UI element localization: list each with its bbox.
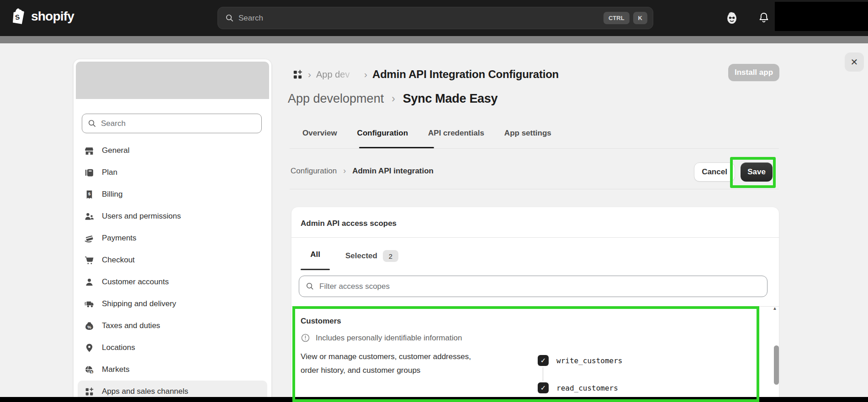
money-bag-percent-icon: % [85,321,94,331]
sidebar-item-users-permissions[interactable]: Users and permissions [78,205,267,227]
page-title: Admin API Integration Configuration [372,68,559,81]
sidebar-item-label: Locations [102,343,135,352]
screen: S shopify CTRL K [0,0,868,402]
cancel-button[interactable]: Cancel [694,162,735,182]
scope-label: read_customers [556,384,618,392]
scope-tab-selected[interactable]: Selected 2 [345,250,398,262]
tab-configuration[interactable]: Configuration [357,129,408,138]
sidebar-item-label: Taxes and duties [102,321,160,330]
breadcrumb-configuration-link[interactable]: Configuration [291,167,337,176]
scope-connector-line [543,367,543,381]
customers-section-heading: Customers [301,317,341,326]
pii-note: Includes personally identifiable informa… [301,333,462,343]
users-icon [85,212,94,221]
sidebar-item-plan[interactable]: Plan [78,162,267,183]
install-app-button[interactable]: Install app [728,64,779,81]
sidebar-item-markets[interactable]: $ Markets [78,359,267,381]
store-name-placeholder [76,62,269,99]
sidebar-item-label: Markets [102,365,129,374]
sidebar-item-taxes-duties[interactable]: % Taxes and duties [78,315,267,337]
shortcut-ctrl-key: CTRL [603,12,630,24]
modal-scrim [0,36,868,43]
filter-scopes-input[interactable] [319,282,761,291]
save-button[interactable]: Save [741,162,773,182]
breadcrumb-app-dev-link[interactable]: App dev [316,69,359,80]
payments-icon [85,234,94,243]
sidebar-nav: General Plan $ Billing Users and permiss… [78,140,267,402]
sidebar-item-label: General [102,146,129,155]
chevron-right-icon: › [343,167,346,175]
tab-api-credentials[interactable]: API credentials [428,129,484,138]
tab-app-settings[interactable]: App settings [504,129,551,138]
svg-text:$: $ [90,370,93,374]
tab-overview[interactable]: Overview [302,129,337,138]
scope-tab-all[interactable]: All [301,250,330,259]
sidebar-item-billing[interactable]: $ Billing [78,183,267,205]
admin-api-scopes-card: Admin API access scopes All Selected 2 C… [291,207,779,402]
sidebar-item-shipping-delivery[interactable]: Shipping and delivery [78,293,267,315]
breadcrumb-current: Admin API integration [352,167,434,176]
topbar: S shopify CTRL K [0,0,868,36]
sidebar-item-label: Billing [102,190,122,199]
sidebar-item-label: Users and permissions [102,212,181,221]
sidebar-search[interactable] [82,114,262,133]
scope-tab-selected-label: Selected [345,251,377,261]
notifications-bell-icon[interactable] [758,11,770,24]
storefront-icon [85,146,94,156]
shortcut-k-key: K [633,12,647,24]
breadcrumb: › App dev › Admin API Integration Config… [292,68,559,81]
sidebar-item-checkout[interactable]: Checkout [78,249,267,271]
read-customers-checkbox[interactable]: ✓ [538,382,549,393]
svg-text:%: % [87,324,91,329]
chevron-right-icon: › [364,69,367,79]
divider [290,148,779,149]
sidebar-item-label: Checkout [102,256,135,265]
plan-icon [85,168,94,178]
card-title: Admin API access scopes [301,219,397,228]
sidebar-item-payments[interactable]: Payments [78,227,267,249]
shopify-wordmark: shopify [31,9,74,24]
sidebar-item-label: Shipping and delivery [102,299,176,308]
scope-label: write_customers [556,356,623,365]
person-icon [85,277,94,287]
sidebar-item-label: Customer accounts [102,277,169,287]
divider [290,189,779,189]
app-development-link[interactable]: App development [288,92,384,106]
pii-note-text: Includes personally identifiable informa… [316,334,462,343]
bottom-black-bar [0,397,868,402]
app-tabs: Overview Configuration API credentials A… [302,129,551,138]
close-icon[interactable]: ✕ [845,52,864,72]
divider [291,306,779,307]
sidebar-item-label: Plan [102,168,117,177]
apps-grid-icon [85,387,94,397]
filter-scopes-field[interactable] [299,276,767,297]
location-pin-icon [85,343,94,353]
sidebar-item-customer-accounts[interactable]: Customer accounts [78,271,267,293]
globe-dollar-icon: $ [85,365,94,375]
app-heading: App development › Sync Made Easy [288,92,498,106]
active-scope-tab-underline [301,269,330,270]
divider [291,237,779,238]
sidebar-item-locations[interactable]: Locations [78,337,267,359]
settings-sidebar: General Plan $ Billing Users and permiss… [74,59,271,402]
scrollbar-thumb[interactable] [774,345,779,385]
search-icon [306,282,314,291]
write-customers-checkbox[interactable]: ✓ [538,355,549,366]
sidebar-search-input[interactable] [101,119,256,128]
scope-row-read-customers: ✓ read_customers [538,382,623,393]
scroll-up-arrow[interactable]: ▲ [773,306,777,311]
chevron-right-icon: › [308,69,311,79]
admin-avatar-icon[interactable] [725,11,738,25]
search-icon [88,119,96,128]
truck-icon [85,299,94,309]
scope-row-write-customers: ✓ write_customers [538,355,623,366]
redacted-store-block [775,2,868,31]
sidebar-item-label: Payments [102,234,137,243]
shopify-bag-icon: S [13,8,27,24]
global-search-input[interactable] [238,14,600,23]
sidebar-item-general[interactable]: General [78,140,267,162]
svg-text:S: S [15,13,20,21]
svg-text:$: $ [88,191,91,196]
chevron-right-icon: › [392,93,395,105]
global-search[interactable]: CTRL K [217,7,653,29]
